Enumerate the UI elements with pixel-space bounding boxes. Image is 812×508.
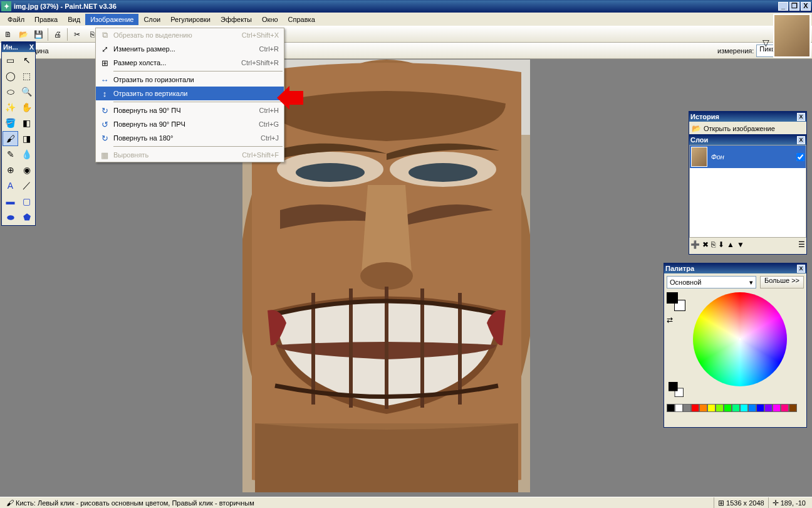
cut-button[interactable]: ✂ xyxy=(70,28,84,41)
minimize-button[interactable]: _ xyxy=(778,2,788,11)
tool-lasso[interactable]: ◯ xyxy=(3,68,18,83)
down-button[interactable]: ▼ xyxy=(737,241,744,248)
window-title: img.jpg (37%) - Paint.NET v3.36 xyxy=(14,3,777,10)
palette-cell[interactable] xyxy=(756,404,764,412)
palette-cell[interactable] xyxy=(667,404,675,412)
palette-cell[interactable] xyxy=(691,404,699,412)
tools-close-button[interactable]: X xyxy=(29,43,34,51)
more-button[interactable]: Больше >> xyxy=(760,276,804,288)
tool-brush[interactable]: 🖌 xyxy=(3,131,18,146)
color-wheel[interactable] xyxy=(693,292,787,386)
tool-fill[interactable]: 🪣 xyxy=(3,115,18,130)
props-button[interactable]: ☰ xyxy=(798,241,805,248)
palette-cell[interactable] xyxy=(773,404,781,412)
palette-cell[interactable] xyxy=(781,404,789,412)
tool-ellipse-select[interactable]: ⬭ xyxy=(3,84,18,99)
tool-move-selection[interactable]: ⬚ xyxy=(19,68,34,83)
merge-button[interactable]: ⬇ xyxy=(718,241,724,248)
palette-cell[interactable] xyxy=(724,404,732,412)
add-layer-button[interactable]: ➕ xyxy=(690,241,700,248)
menu-rotate-180[interactable]: ↻Повернуть на 180°Ctrl+J xyxy=(96,131,284,145)
menu-resize[interactable]: ⤢Изменить размер...Ctrl+R xyxy=(96,42,284,56)
fgbg-swatches[interactable] xyxy=(667,292,685,311)
fg-swatch[interactable] xyxy=(667,292,678,304)
menu-view[interactable]: Вид xyxy=(63,14,85,25)
tools-panel-header[interactable]: Ин... X xyxy=(2,42,35,52)
document-thumbnail[interactable] xyxy=(773,14,811,58)
menu-effects[interactable]: Эффекты xyxy=(216,14,257,25)
menubar: Файл Правка Вид Изображение Слои Регулир… xyxy=(0,13,812,26)
tool-freeform[interactable]: ⬟ xyxy=(19,209,34,225)
tool-eraser[interactable]: ◨ xyxy=(19,131,34,146)
tool-roundrect[interactable]: ▢ xyxy=(19,194,34,209)
palette-header[interactable]: ПалитраX xyxy=(664,263,806,273)
palette-cell[interactable] xyxy=(716,404,724,412)
tool-clone[interactable]: ⊕ xyxy=(3,162,18,177)
menu-edit[interactable]: Правка xyxy=(29,14,63,25)
tool-picker[interactable]: 💧 xyxy=(19,147,34,162)
thumbnail-dropdown-icon[interactable]: ▽ xyxy=(763,38,769,48)
menu-rotate-cw[interactable]: ↻Повернуть на 90° ПЧCtrl+H xyxy=(96,103,284,117)
history-item[interactable]: 📂Открыть изображение xyxy=(690,123,805,134)
menu-canvas-size[interactable]: ⊞Размер холста...Ctrl+Shift+R xyxy=(96,56,284,70)
palette-cell[interactable] xyxy=(683,404,691,412)
delete-layer-button[interactable]: ✖ xyxy=(702,241,709,248)
layers-close-button[interactable]: X xyxy=(797,136,805,144)
maximize-button[interactable]: ❐ xyxy=(789,2,799,11)
tool-line[interactable]: ／ xyxy=(19,178,34,193)
svg-rect-13 xyxy=(458,293,462,405)
swap-icon[interactable]: ⇄ xyxy=(667,316,673,324)
up-button[interactable]: ▲ xyxy=(727,241,734,248)
floppy-icon: 💾 xyxy=(34,31,43,38)
print-button[interactable]: 🖨 xyxy=(51,28,65,41)
menu-flip-h[interactable]: ↔Отразить по горизонтали xyxy=(96,73,284,87)
canvas-image[interactable] xyxy=(242,60,530,492)
color-mode-select[interactable]: Основной▾ xyxy=(667,276,756,288)
palette-cell[interactable] xyxy=(789,404,797,412)
history-close-button[interactable]: X xyxy=(797,113,805,121)
tool-wand[interactable]: ✨ xyxy=(3,100,18,115)
tool-gradient[interactable]: ◧ xyxy=(19,115,34,130)
history-header[interactable]: ИсторияX xyxy=(689,112,806,122)
menu-flatten[interactable]: ▦ВыровнятьCtrl+Shift+F xyxy=(96,148,284,162)
tool-rect-select[interactable]: ▭ xyxy=(3,53,18,68)
palette-cell[interactable] xyxy=(748,404,756,412)
size-icon: ⊞ xyxy=(718,499,724,507)
palette-cell[interactable] xyxy=(740,404,748,412)
folder-icon: 📂 xyxy=(692,125,701,132)
close-button[interactable]: X xyxy=(801,2,811,11)
tool-move[interactable]: ↖ xyxy=(19,53,34,68)
palette-cell[interactable] xyxy=(732,404,740,412)
menu-layers[interactable]: Слои xyxy=(138,14,165,25)
palette-cell[interactable] xyxy=(764,404,773,412)
save-button[interactable]: 💾 xyxy=(31,28,45,41)
svg-rect-12 xyxy=(420,288,424,408)
mini-fg[interactable] xyxy=(669,382,677,391)
menu-crop[interactable]: ⧉Обрезать по выделениюCtrl+Shift+X xyxy=(96,28,284,42)
tool-text[interactable]: A xyxy=(3,178,18,193)
palette-cell[interactable] xyxy=(707,404,716,412)
menu-help[interactable]: Справка xyxy=(283,14,320,25)
palette-cell[interactable] xyxy=(699,404,707,412)
tool-recolor[interactable]: ◉ xyxy=(19,162,34,177)
tool-rect[interactable]: ▬ xyxy=(3,194,18,209)
menu-file[interactable]: Файл xyxy=(3,14,29,25)
tool-ellipse[interactable]: ⬬ xyxy=(3,209,18,225)
palette-cell[interactable] xyxy=(675,404,683,412)
layers-header[interactable]: СлоиX xyxy=(689,135,806,145)
layer-visible-checkbox[interactable] xyxy=(796,153,804,161)
tool-pan[interactable]: ✋ xyxy=(19,100,34,115)
menu-adjustments[interactable]: Регулировки xyxy=(165,14,216,25)
layer-row[interactable]: Фон xyxy=(690,146,806,168)
menu-rotate-ccw[interactable]: ↺Повернуть на 90° ПРЧCtrl+G xyxy=(96,117,284,131)
tool-pencil[interactable]: ✎ xyxy=(3,147,18,162)
dup-layer-button[interactable]: ⎘ xyxy=(711,241,716,248)
palette-close-button[interactable]: X xyxy=(797,265,805,273)
menu-image[interactable]: Изображение xyxy=(85,14,138,25)
new-button[interactable]: 🗎 xyxy=(1,28,15,41)
open-button[interactable]: 📂 xyxy=(16,28,30,41)
palette-panel: ПалитраX Основной▾ Больше >> ⇄ xyxy=(664,263,807,428)
menu-window[interactable]: Окно xyxy=(257,14,283,25)
menu-flip-v[interactable]: ↕Отразить по вертикали xyxy=(96,87,284,100)
tool-zoom[interactable]: 🔍 xyxy=(19,84,34,99)
